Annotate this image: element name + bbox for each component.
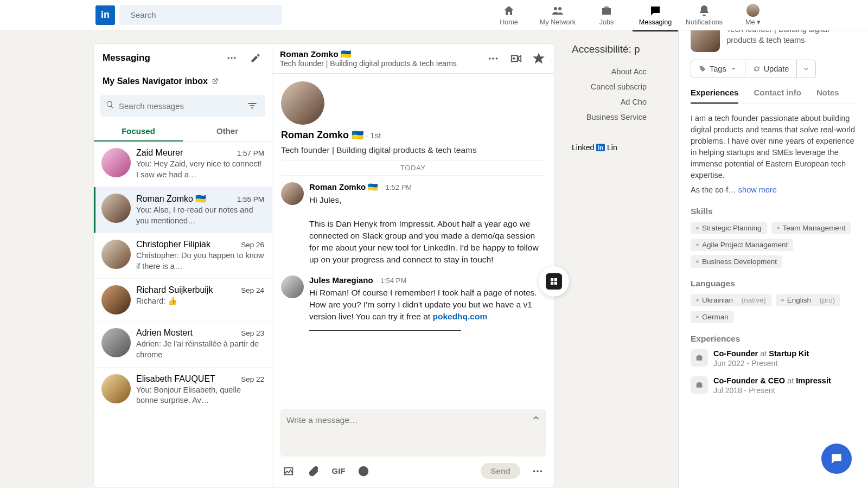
conversation-item[interactable]: Roman Zomko 🇺🇦1:55 PMYou: Also, I re-rea… (94, 187, 272, 233)
briefcase-icon (691, 376, 708, 394)
tab-focused[interactable]: Focused (94, 121, 183, 141)
conversation-header-sub: Tech founder | Building digital products… (280, 59, 486, 68)
more-icon[interactable] (530, 464, 545, 479)
conversation-item[interactable]: Adrien MostertSep 23Adrien: Je l'ai réin… (94, 322, 272, 367)
emoji-icon[interactable] (356, 464, 371, 479)
language-chip[interactable]: English (pro) (776, 294, 841, 306)
footer-link[interactable]: Business Service (572, 113, 647, 121)
skill-chip[interactable]: Team Management (771, 222, 851, 234)
avatar (281, 81, 324, 125)
avatar (101, 148, 131, 177)
nav-home[interactable]: Home (486, 2, 532, 28)
svg-point-7 (533, 470, 535, 472)
skill-chip[interactable]: Strategic Planning (691, 222, 767, 234)
languages-list: Ukrainian (native) English (pro) German (691, 294, 857, 323)
nav-jobs[interactable]: Jobs (584, 2, 629, 28)
svg-point-2 (234, 57, 235, 59)
update-dropdown[interactable] (797, 60, 816, 78)
avatar (101, 285, 131, 314)
footer-link[interactable]: Cancel subscrip (572, 82, 647, 91)
filter-icon[interactable] (245, 98, 260, 113)
video-icon[interactable] (508, 51, 524, 66)
chat-fab[interactable] (821, 444, 852, 474)
footer-link[interactable]: About Acc (572, 67, 647, 76)
global-search-input[interactable] (130, 10, 276, 20)
tab-other[interactable]: Other (183, 121, 272, 141)
more-icon[interactable] (486, 51, 501, 66)
me-avatar (746, 4, 760, 17)
message-link[interactable]: pokedhq.com (432, 312, 487, 321)
search-messages[interactable] (100, 95, 265, 117)
linkedin-logo[interactable]: in (95, 5, 115, 25)
language-chip[interactable]: German (691, 311, 734, 323)
svg-point-5 (496, 57, 498, 60)
message-text: Hi Jules, This is Dan Henyk from Impress… (309, 194, 545, 266)
nav-me[interactable]: Me ▾ (730, 2, 776, 28)
messaging-title: Messaging (103, 53, 150, 63)
skill-chip[interactable]: Agile Project Management (691, 239, 793, 251)
update-button[interactable]: Update (745, 60, 797, 78)
messaging-sidebar: Messaging My Sales Navigator inbox Focus… (93, 43, 272, 488)
chevron-down-icon (802, 65, 810, 73)
conversation-header-name[interactable]: Roman Zomko 🇺🇦 (280, 49, 486, 59)
footer-link[interactable]: Ad Cho (572, 98, 647, 106)
svg-point-1 (231, 57, 232, 59)
experience-item[interactable]: Co-Founder at Startup KitJun 2022 - Pres… (691, 349, 857, 368)
gif-button[interactable]: GIF (331, 464, 346, 479)
avatar (101, 240, 131, 269)
compose-icon[interactable] (248, 50, 263, 66)
extension-fab[interactable] (539, 266, 569, 297)
conversation-item[interactable]: Richard SuijkerbuijkSep 24Richard: 👍 (94, 279, 272, 322)
side-tab-contact[interactable]: Contact info (754, 88, 801, 104)
star-icon[interactable] (531, 51, 546, 66)
conversation-list[interactable]: Zaid Meurer1:57 PMYou: Hey Zaid, very ni… (94, 142, 272, 487)
global-search[interactable] (119, 5, 282, 25)
chevron-up-icon[interactable] (531, 413, 541, 425)
experiences-heading: Experiences (691, 334, 857, 344)
chevron-down-icon (730, 65, 737, 73)
search-icon (106, 100, 114, 111)
avatar (101, 328, 131, 357)
attachment-icon[interactable] (306, 464, 321, 479)
language-chip[interactable]: Ukrainian (native) (691, 294, 771, 306)
tags-button[interactable]: Tags (691, 60, 745, 78)
svg-rect-10 (551, 278, 553, 281)
linkedin-brand: LinkedinLin (572, 143, 647, 152)
avatar[interactable] (281, 182, 304, 205)
message-text: Hi Roman! Of course I remember! I took h… (309, 287, 545, 331)
conversation-item[interactable]: Zaid Meurer1:57 PMYou: Hey Zaid, very ni… (94, 142, 272, 187)
skills-list: Strategic Planning Team Management Agile… (691, 222, 857, 268)
sales-nav-link[interactable]: My Sales Navigator inbox (94, 72, 272, 93)
message: Roman Zomko 🇺🇦 · 1:52 PM Hi Jules, This … (281, 182, 545, 266)
conversation-item[interactable]: Elisabeth FAUQUETSep 22You: Bonjour Elis… (94, 368, 272, 413)
profile-side-panel: Roman Zomko 🇺🇦 Tech founder | Building d… (678, 0, 868, 488)
top-nav: in Home My Network Jobs Messaging Notifi… (0, 0, 868, 30)
avatar[interactable] (281, 275, 304, 298)
skill-chip[interactable]: Business Development (691, 255, 782, 268)
footer-links: Accessibilité: p About Acc Cancel subscr… (554, 43, 647, 488)
nav-network[interactable]: My Network (535, 2, 580, 28)
date-separator: TODAY (281, 160, 545, 176)
experience-item[interactable]: Co-Founder & CEO at ImpressitJul 2018 - … (691, 376, 857, 395)
search-messages-input[interactable] (119, 101, 245, 111)
more-icon[interactable] (224, 50, 239, 66)
external-link-icon (211, 78, 219, 85)
show-more-link[interactable]: show more (738, 185, 777, 194)
image-icon[interactable] (281, 464, 296, 479)
nav-messaging[interactable]: Messaging (633, 2, 678, 28)
side-tab-experiences[interactable]: Experiences (691, 88, 738, 104)
profile-bio: I am a tech founder passionate about bui… (691, 113, 857, 181)
briefcase-icon (691, 349, 708, 367)
send-button[interactable]: Send (481, 463, 520, 479)
conversation-item[interactable]: Christopher FilipiakSep 26Christopher: D… (94, 233, 272, 279)
nav-notifications[interactable]: Notifications (681, 2, 727, 28)
profile-preview[interactable]: Roman Zomko 🇺🇦· 1st Tech founder | Build… (281, 81, 545, 155)
side-tab-notes[interactable]: Notes (816, 88, 839, 104)
skills-heading: Skills (691, 207, 857, 216)
accessibility-heading: Accessibilité: p (572, 43, 647, 55)
svg-rect-11 (554, 278, 557, 281)
languages-heading: Languages (691, 279, 857, 288)
svg-point-4 (492, 57, 494, 60)
compose-input[interactable]: Write a message… (280, 409, 546, 457)
svg-rect-13 (554, 282, 557, 285)
